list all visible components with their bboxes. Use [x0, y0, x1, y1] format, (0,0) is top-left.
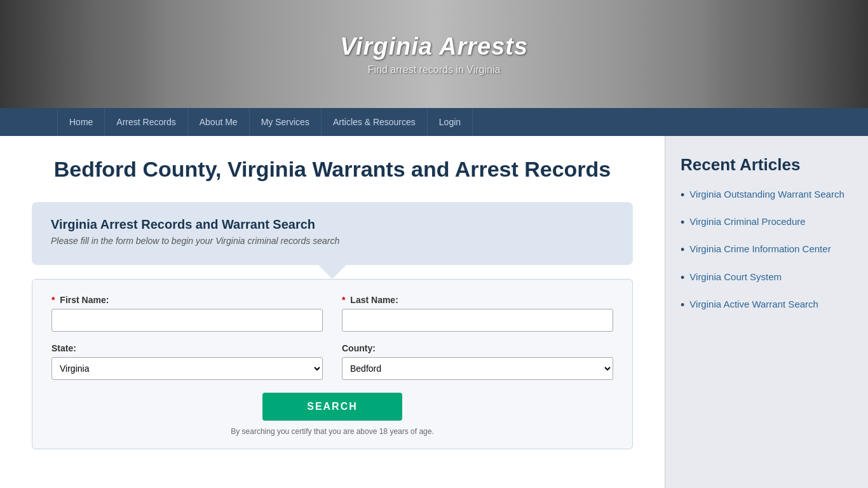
state-label: State: [51, 343, 323, 353]
search-box-arrow [318, 265, 346, 279]
list-item: • Virginia Active Warrant Search [681, 297, 853, 313]
site-title: Virginia Arrests [340, 33, 528, 60]
search-button[interactable]: SEARCH [262, 393, 402, 421]
sidebar-title: Recent Articles [681, 155, 853, 175]
bullet-icon: • [681, 242, 684, 258]
header-text-block: Virginia Arrests Find arrest records in … [340, 33, 528, 76]
last-name-required-star: * [342, 295, 345, 305]
last-name-group: * Last Name: [342, 295, 613, 332]
state-select[interactable]: Virginia [51, 357, 323, 380]
recent-articles-list: • Virginia Outstanding Warrant Search • … [681, 187, 853, 313]
first-name-label: * First Name: [51, 295, 323, 305]
bullet-icon: • [681, 187, 684, 203]
county-group: County: Bedford [342, 343, 613, 380]
search-box-subtitle: Please fill in the form below to begin y… [51, 236, 614, 246]
search-form: * First Name: * Last Name: State: [32, 279, 633, 449]
form-disclaimer: By searching you certify that you are ab… [51, 427, 613, 436]
article-link-2[interactable]: Virginia Crime Information Center [689, 242, 831, 255]
nav-arrest-records[interactable]: Arrest Records [105, 108, 187, 136]
county-select[interactable]: Bedford [342, 357, 613, 380]
list-item: • Virginia Criminal Procedure [681, 215, 853, 231]
location-row: State: Virginia County: Bedford [51, 343, 613, 380]
page-wrapper: Bedford County, Virginia Warrants and Ar… [0, 136, 868, 488]
page-title: Bedford County, Virginia Warrants and Ar… [32, 155, 633, 183]
main-content: Bedford County, Virginia Warrants and Ar… [0, 136, 665, 488]
main-nav: Home Arrest Records About Me My Services… [0, 108, 868, 136]
article-link-0[interactable]: Virginia Outstanding Warrant Search [689, 187, 844, 201]
first-name-input[interactable] [51, 309, 323, 332]
article-link-1[interactable]: Virginia Criminal Procedure [689, 215, 805, 228]
nav-login[interactable]: Login [428, 108, 473, 136]
nav-home[interactable]: Home [57, 108, 105, 136]
list-item: • Virginia Crime Information Center [681, 242, 853, 258]
last-name-input[interactable] [342, 309, 613, 332]
nav-my-services[interactable]: My Services [250, 108, 322, 136]
first-name-group: * First Name: [51, 295, 323, 332]
name-row: * First Name: * Last Name: [51, 295, 613, 332]
nav-articles-resources[interactable]: Articles & Resources [322, 108, 428, 136]
nav-about-me[interactable]: About Me [188, 108, 250, 136]
state-group: State: Virginia [51, 343, 323, 380]
site-header: Virginia Arrests Find arrest records in … [0, 0, 868, 108]
site-subtitle: Find arrest records in Virginia [340, 64, 528, 76]
article-link-4[interactable]: Virginia Active Warrant Search [689, 297, 818, 311]
search-box-title: Virginia Arrest Records and Warrant Sear… [51, 217, 614, 232]
list-item: • Virginia Outstanding Warrant Search [681, 187, 853, 203]
search-box-header: Virginia Arrest Records and Warrant Sear… [32, 202, 633, 265]
bullet-icon: • [681, 297, 684, 313]
bullet-icon: • [681, 270, 684, 286]
sidebar: Recent Articles • Virginia Outstanding W… [665, 136, 868, 488]
last-name-label: * Last Name: [342, 295, 613, 305]
list-item: • Virginia Court System [681, 270, 853, 286]
first-name-required-star: * [51, 295, 55, 305]
article-link-3[interactable]: Virginia Court System [689, 270, 782, 283]
bullet-icon: • [681, 215, 684, 231]
county-label: County: [342, 343, 613, 353]
